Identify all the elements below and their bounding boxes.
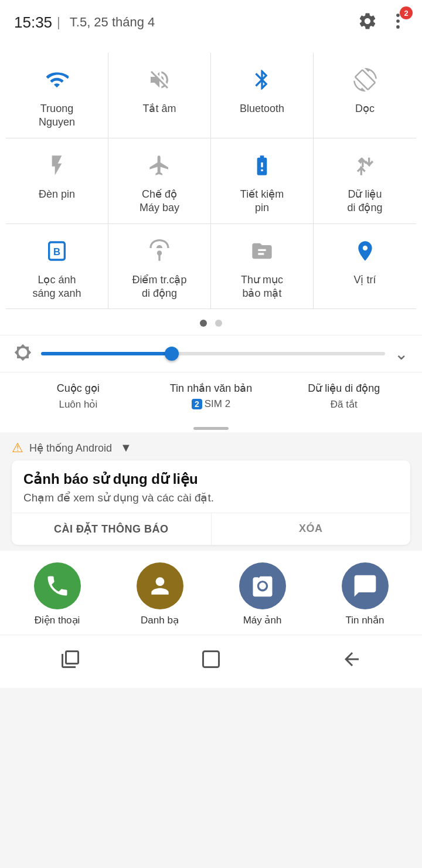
tile-airplane-label: Chế độMáy bay: [139, 188, 179, 215]
status-bar: 15:35 | T.5, 25 tháng 4 2: [0, 0, 422, 41]
tile-flashlight[interactable]: Đèn pin: [6, 138, 108, 224]
tile-wifi[interactable]: TruongNguyen: [6, 53, 108, 138]
notification-section: ⚠ Hệ thống Android ▼ Cảnh báo sử dụng dữ…: [0, 432, 422, 545]
status-date: T.5, 25 tháng 4: [70, 15, 155, 30]
mobile-data-icon: [349, 149, 382, 182]
notification-header: ⚠ Hệ thống Android ▼: [12, 440, 410, 456]
notification-settings-button[interactable]: CÀI ĐẶT THÔNG BÁO: [12, 513, 211, 545]
app-camera-label: Máy ảnh: [243, 614, 282, 626]
brightness-thumb: [165, 347, 179, 361]
app-messages[interactable]: Tin nhắn: [342, 562, 389, 626]
svg-rect-5: [203, 651, 219, 667]
drag-handle: [0, 422, 422, 432]
svg-point-0: [396, 13, 400, 17]
sim2-badge: 2: [192, 399, 202, 409]
sms-status-sub: 2 SIM 2: [192, 398, 230, 410]
menu-button[interactable]: 2: [388, 11, 408, 33]
call-status-sub: Luôn hỏi: [59, 398, 97, 411]
tile-bluetooth[interactable]: Bluetooth: [211, 53, 314, 138]
notification-source: Hệ thống Android: [29, 442, 112, 455]
mute-icon: [143, 63, 176, 96]
tile-airplane[interactable]: Chế độMáy bay: [108, 138, 211, 224]
tile-mobile-data[interactable]: Dữ liệudi động: [314, 138, 416, 224]
battery-saver-icon: [246, 149, 278, 182]
call-status-title: Cuộc gọi: [57, 382, 100, 395]
notification-card[interactable]: Cảnh báo sử dụng dữ liệu Chạm để xem sử …: [12, 460, 410, 545]
tile-battery-saver-label: Tiết kiệmpin: [240, 188, 284, 215]
app-camera[interactable]: Máy ảnh: [239, 562, 286, 626]
page-dot-1[interactable]: [200, 320, 207, 327]
settings-icon[interactable]: [358, 11, 377, 33]
tile-wifi-label: TruongNguyen: [39, 102, 75, 130]
brightness-track: [41, 352, 385, 355]
svg-text:B: B: [53, 246, 60, 257]
page-dot-2[interactable]: [215, 320, 222, 327]
nav-bar: [0, 635, 422, 688]
phone-icon: [34, 562, 81, 609]
drag-handle-bar: [193, 427, 229, 430]
tile-battery-saver[interactable]: Tiết kiệmpin: [211, 138, 314, 224]
app-phone-label: Điện thoại: [35, 614, 80, 626]
warning-icon: ⚠: [12, 440, 23, 456]
sms-status-item[interactable]: Tin nhắn văn bản 2 SIM 2: [145, 382, 278, 410]
data-status-sub: Đã tắt: [331, 398, 358, 411]
tile-blue-filter[interactable]: B Lọc ánhsáng xanh: [6, 224, 108, 310]
brightness-slider[interactable]: [41, 352, 385, 355]
tile-rotation-label: Dọc: [355, 102, 375, 116]
tile-blue-filter-label: Lọc ánhsáng xanh: [32, 273, 81, 301]
hotspot-icon: [143, 235, 176, 267]
page-indicators: [0, 309, 422, 335]
app-contacts[interactable]: Danh bạ: [137, 562, 183, 626]
tile-location-label: Vị trí: [353, 273, 376, 287]
brightness-expand-icon[interactable]: ⌄: [394, 344, 408, 364]
app-phone[interactable]: Điện thoại: [34, 562, 81, 626]
location-icon: [349, 235, 382, 267]
nav-back-button[interactable]: [331, 645, 372, 674]
nav-home-button[interactable]: [190, 645, 232, 674]
tile-mobile-data-label: Dữ liệudi động: [347, 188, 382, 215]
tile-mute[interactable]: Tắt âm: [108, 53, 211, 138]
sim-status-row: Cuộc gọi Luôn hỏi Tin nhắn văn bản 2 SIM…: [0, 372, 422, 422]
notification-dropdown-icon[interactable]: ▼: [120, 441, 132, 455]
data-status-title: Dữ liệu di động: [308, 382, 380, 395]
status-time: 15:35: [14, 13, 52, 32]
svg-point-2: [396, 25, 400, 29]
secure-folder-icon: [246, 235, 278, 267]
rotation-icon: [349, 63, 382, 96]
notification-body: Chạm để xem sử dụng và các cài đặt.: [23, 491, 399, 504]
tile-mute-label: Tắt âm: [142, 102, 176, 116]
app-messages-label: Tin nhắn: [345, 614, 384, 626]
app-dock: Điện thoại Danh bạ Máy ảnh Tin nhắn: [0, 551, 422, 635]
tile-secure-folder-label: Thư mụcbảo mật: [241, 273, 283, 301]
blue-filter-icon: B: [40, 235, 73, 267]
notification-dismiss-button[interactable]: XÓA: [211, 513, 411, 545]
contacts-icon: [137, 562, 183, 609]
tile-flashlight-label: Đèn pin: [39, 188, 75, 201]
notification-actions: CÀI ĐẶT THÔNG BÁO XÓA: [12, 513, 410, 545]
data-status-item[interactable]: Dữ liệu di động Đã tắt: [277, 382, 410, 410]
tile-bluetooth-label: Bluetooth: [240, 102, 284, 116]
flashlight-icon: [40, 149, 73, 182]
brightness-icon: [14, 344, 32, 364]
airplane-icon: [143, 149, 176, 182]
wifi-icon: [40, 63, 73, 96]
tile-hotspot[interactable]: Điểm tr.cậpdi động: [108, 224, 211, 310]
tile-rotation[interactable]: Dọc: [314, 53, 416, 138]
tile-location[interactable]: Vị trí: [314, 224, 416, 310]
svg-point-1: [396, 19, 400, 23]
nav-recent-button[interactable]: [50, 645, 91, 674]
call-status-item[interactable]: Cuộc gọi Luôn hỏi: [12, 382, 145, 410]
status-separator: |: [57, 15, 60, 30]
messages-icon: [342, 562, 389, 609]
tile-hotspot-label: Điểm tr.cậpdi động: [132, 273, 186, 301]
brightness-row: ⌄: [0, 335, 422, 372]
status-icons: 2: [358, 11, 408, 33]
app-contacts-label: Danh bạ: [141, 614, 179, 626]
quick-settings-panel: TruongNguyen Tắt âm Bluetooth Dọc: [0, 41, 422, 432]
tile-secure-folder[interactable]: Thư mụcbảo mật: [211, 224, 314, 310]
bluetooth-icon: [246, 63, 278, 96]
camera-icon: [239, 562, 286, 609]
notification-title: Cảnh báo sử dụng dữ liệu: [23, 471, 399, 487]
sms-status-title: Tin nhắn văn bản: [170, 382, 252, 395]
notification-badge: 2: [400, 6, 413, 19]
